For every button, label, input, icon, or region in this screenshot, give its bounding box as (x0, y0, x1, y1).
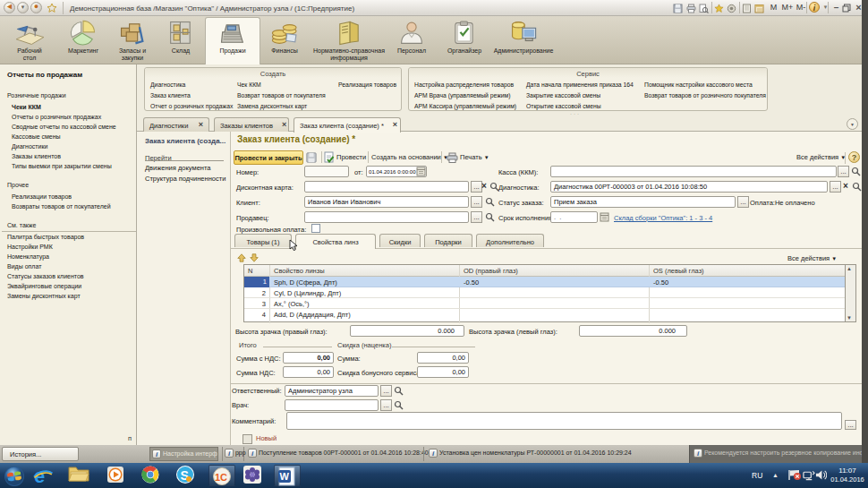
svg-text:W: W (280, 471, 290, 482)
svg-text:1С: 1С (215, 472, 227, 483)
